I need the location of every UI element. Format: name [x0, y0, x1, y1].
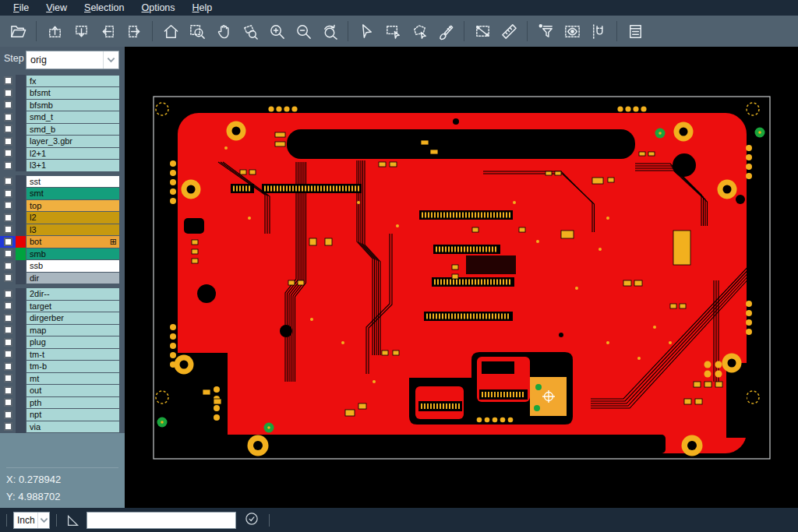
layer-name[interactable]: smd_t [26, 111, 119, 123]
layer-visibility-checkbox[interactable] [0, 409, 16, 421]
film-editor-icon[interactable] [622, 19, 648, 44]
layer-visibility-checkbox[interactable] [0, 224, 16, 236]
layer-visibility-checkbox[interactable] [0, 336, 16, 349]
layer-name[interactable]: npt [26, 409, 119, 421]
layer-row-bfsmb[interactable]: bfsmb [0, 99, 125, 111]
layer-color-swatch[interactable] [16, 188, 26, 200]
layer-visibility-checkbox[interactable] [0, 396, 16, 409]
layer-color-swatch[interactable] [16, 288, 26, 301]
layer-color-swatch[interactable] [16, 224, 26, 236]
layer-name[interactable]: tm-t [26, 349, 119, 361]
pcb-canvas[interactable] [125, 47, 798, 508]
layer-visibility-checkbox[interactable] [0, 372, 16, 385]
layer-row-npt[interactable]: npt [0, 409, 125, 421]
layer-visibility-checkbox[interactable] [0, 361, 16, 373]
layer-name[interactable]: l2+1 [26, 148, 119, 160]
layer-name[interactable]: via [26, 421, 119, 433]
layer-name[interactable]: out [26, 385, 119, 396]
layer-name[interactable]: target [26, 301, 119, 312]
layer-row-pth[interactable]: pth [0, 396, 125, 409]
layer-visibility-checkbox[interactable] [0, 324, 16, 336]
layer-visibility-checkbox[interactable] [0, 312, 16, 325]
layer-color-swatch[interactable] [16, 312, 26, 325]
menu-file[interactable]: File [5, 0, 37, 16]
layer-color-swatch[interactable] [16, 147, 26, 160]
shift-down-icon[interactable] [68, 19, 94, 44]
measure-distance-icon[interactable] [469, 19, 496, 44]
layer-color-swatch[interactable] [16, 385, 26, 397]
layer-name[interactable]: dir [26, 273, 119, 284]
layer-name[interactable]: l3+1 [26, 160, 119, 171]
show-selection-icon[interactable] [559, 19, 585, 44]
layer-color-swatch[interactable] [16, 236, 26, 248]
layer-row-l2[interactable]: l2 [0, 212, 125, 224]
layer-color-swatch[interactable] [16, 175, 26, 188]
layer-row-ssb[interactable]: ssb [0, 260, 125, 273]
ruler-icon[interactable] [496, 19, 522, 44]
menu-view[interactable]: View [37, 0, 76, 16]
layer-row-fx[interactable]: fx [0, 75, 125, 87]
zoom-object-icon[interactable] [237, 19, 263, 44]
layer-name[interactable]: smd_b [26, 124, 119, 136]
layer-row-bot[interactable]: bot⊞ [0, 236, 125, 248]
layer-row-bfsmt[interactable]: bfsmt [0, 87, 125, 100]
layer-name[interactable]: sst [26, 176, 119, 188]
layer-row-tm-b[interactable]: tm-b [0, 361, 125, 373]
layer-row-smt[interactable]: smt [0, 188, 125, 200]
menu-selection[interactable]: Selection [76, 0, 132, 16]
layer-row-sst[interactable]: sst [0, 175, 125, 188]
layer-name[interactable]: map [26, 325, 119, 336]
zoom-out-icon[interactable] [290, 19, 316, 44]
layer-color-swatch[interactable] [16, 348, 26, 361]
layer-visibility-checkbox[interactable] [0, 260, 16, 273]
step-select[interactable]: orig [26, 51, 119, 69]
select-pointer-icon[interactable] [353, 19, 380, 44]
layer-visibility-checkbox[interactable] [0, 248, 16, 260]
layer-color-swatch[interactable] [16, 160, 26, 172]
layer-row-smb[interactable]: smb [0, 248, 125, 260]
layer-visibility-checkbox[interactable] [0, 421, 16, 433]
layer-name[interactable]: plug [26, 336, 119, 348]
layer-row-dir[interactable]: dir [0, 272, 125, 284]
layer-visibility-checkbox[interactable] [0, 385, 16, 397]
paint-brush-icon[interactable] [433, 19, 459, 44]
zoom-in-icon[interactable] [263, 19, 290, 44]
command-input[interactable] [87, 512, 236, 529]
layer-row-tm-t[interactable]: tm-t [0, 348, 125, 361]
layer-name[interactable]: fx [26, 76, 119, 87]
layer-visibility-checkbox[interactable] [0, 348, 16, 361]
layer-row-smd_t[interactable]: smd_t [0, 111, 125, 124]
layer-row-l2+1[interactable]: l2+1 [0, 147, 125, 160]
layer-visibility-checkbox[interactable] [0, 236, 16, 248]
layer-row-plug[interactable]: plug [0, 336, 125, 349]
layer-visibility-checkbox[interactable] [0, 75, 16, 87]
layer-visibility-checkbox[interactable] [0, 87, 16, 100]
filter-icon[interactable] [532, 19, 559, 44]
layer-row-2dir--[interactable]: 2dir-- [0, 288, 125, 301]
layer-visibility-checkbox[interactable] [0, 212, 16, 224]
layer-color-swatch[interactable] [16, 361, 26, 373]
layer-row-l3[interactable]: l3 [0, 224, 125, 236]
layer-visibility-checkbox[interactable] [0, 300, 16, 312]
layer-color-swatch[interactable] [16, 123, 26, 136]
layer-row-map[interactable]: map [0, 324, 125, 336]
layer-visibility-checkbox[interactable] [0, 123, 16, 136]
layer-color-swatch[interactable] [16, 272, 26, 284]
layer-visibility-checkbox[interactable] [0, 136, 16, 148]
layer-name[interactable]: top [26, 200, 119, 212]
refresh-check-icon[interactable] [244, 511, 263, 530]
snap-magnet-icon[interactable] [585, 19, 612, 44]
layer-row-layer_3.gbr[interactable]: layer_3.gbr [0, 136, 125, 148]
layer-color-swatch[interactable] [16, 136, 26, 148]
layer-row-smd_b[interactable]: smd_b [0, 123, 125, 136]
layer-row-dirgerber[interactable]: dirgerber [0, 312, 125, 325]
layer-visibility-checkbox[interactable] [0, 111, 16, 124]
layer-name[interactable]: l3 [26, 224, 119, 236]
layer-row-mt[interactable]: mt [0, 372, 125, 385]
layer-name[interactable]: bfsmt [26, 87, 119, 99]
layer-row-out[interactable]: out [0, 385, 125, 397]
layer-color-swatch[interactable] [16, 199, 26, 212]
layer-color-swatch[interactable] [16, 99, 26, 111]
layer-name[interactable]: ssb [26, 260, 119, 272]
layer-name[interactable]: tm-b [26, 361, 119, 372]
